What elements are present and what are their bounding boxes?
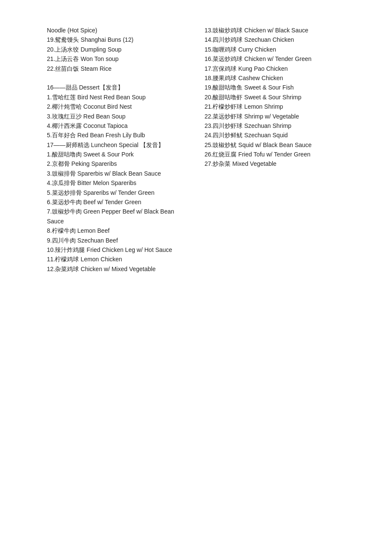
right-column: 13.豉椒炒鸡球 Chicken w/ Black Sauce 14.四川炒鸡球… xyxy=(205,26,345,274)
left-column-text: Noodle (Hot Spice) 19.鸳鸯馒头 Shanghai Buns… xyxy=(47,26,187,274)
right-column-text: 13.豉椒炒鸡球 Chicken w/ Black Sauce 14.四川炒鸡球… xyxy=(205,26,345,169)
left-column: Noodle (Hot Spice) 19.鸳鸯馒头 Shanghai Buns… xyxy=(47,26,187,274)
